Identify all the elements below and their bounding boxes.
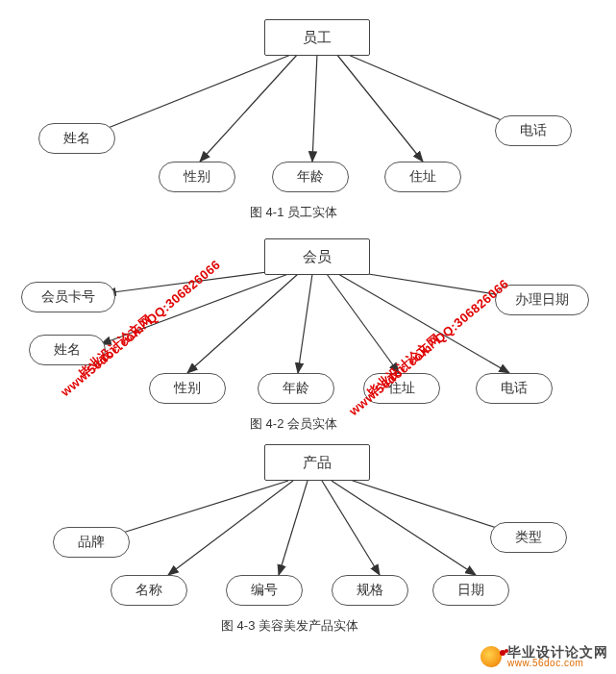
footer-brand-en: www.56doc.com [507,659,608,668]
attribute-pill: 规格 [332,575,408,606]
attribute-label: 年龄 [297,168,324,186]
attribute-label: 品牌 [78,534,105,551]
attribute-pill: 电话 [476,373,553,404]
attribute-label: 名称 [136,582,162,599]
footer-brand-logo: 毕业设计论文网 www.56doc.com [480,645,608,668]
figure-caption: 图 4-2 会员实体 [250,415,337,433]
attribute-pill: 性别 [149,373,226,404]
svg-line-16 [322,481,380,575]
entity-root-employee: 员工 [264,19,370,56]
svg-line-4 [336,54,423,162]
svg-line-10 [327,274,399,373]
attribute-label: 会员卡号 [41,288,95,306]
entity-root-label: 员工 [303,29,332,47]
attribute-pill: 年龄 [272,162,349,192]
attribute-pill: 电话 [495,115,572,146]
svg-line-17 [332,481,476,575]
attribute-pill: 类型 [490,522,567,553]
attribute-label: 姓名 [54,341,81,359]
attribute-label: 编号 [251,582,278,599]
svg-line-13 [111,481,288,537]
svg-line-1 [96,54,293,133]
svg-line-2 [200,54,298,162]
attribute-label: 日期 [457,582,484,599]
attribute-label: 姓名 [63,130,90,147]
attribute-label: 性别 [184,168,210,186]
attribute-label: 类型 [515,529,542,546]
attribute-pill: 住址 [384,162,461,192]
svg-line-14 [168,481,293,575]
attribute-pill: 年龄 [258,373,334,404]
globe-icon [480,646,502,667]
entity-root-label: 会员 [303,248,332,266]
svg-line-3 [312,54,317,162]
attribute-label: 办理日期 [515,291,569,309]
svg-line-8 [187,274,298,373]
attribute-label: 规格 [357,582,383,599]
attribute-pill: 性别 [159,162,235,192]
svg-line-15 [279,481,308,575]
attribute-pill: 编号 [226,575,303,606]
attribute-pill: 名称 [111,575,187,606]
attribute-label: 住址 [409,168,436,186]
entity-root-product: 产品 [264,444,370,481]
svg-line-18 [338,476,514,534]
figure-caption: 图 4-1 员工实体 [250,204,337,221]
svg-line-5 [346,54,524,130]
diagram-canvas: 员工 姓名 性别 年龄 住址 电话 图 4-1 员工实体 会员 会员卡号 姓名 … [0,0,616,674]
attribute-label: 年龄 [283,380,309,397]
svg-line-9 [298,274,312,373]
attribute-pill: 姓名 [38,123,115,154]
attribute-pill: 会员卡号 [21,282,115,312]
entity-root-member: 会员 [264,238,370,275]
attribute-label: 电话 [520,122,547,139]
attribute-label: 电话 [501,380,528,397]
entity-root-label: 产品 [303,454,332,472]
attribute-label: 性别 [174,380,201,397]
attribute-pill: 品牌 [53,527,130,558]
footer-brand-cn: 毕业设计论文网 [507,645,608,659]
attribute-pill: 日期 [432,575,509,606]
figure-caption: 图 4-3 美容美发产品实体 [221,617,358,635]
